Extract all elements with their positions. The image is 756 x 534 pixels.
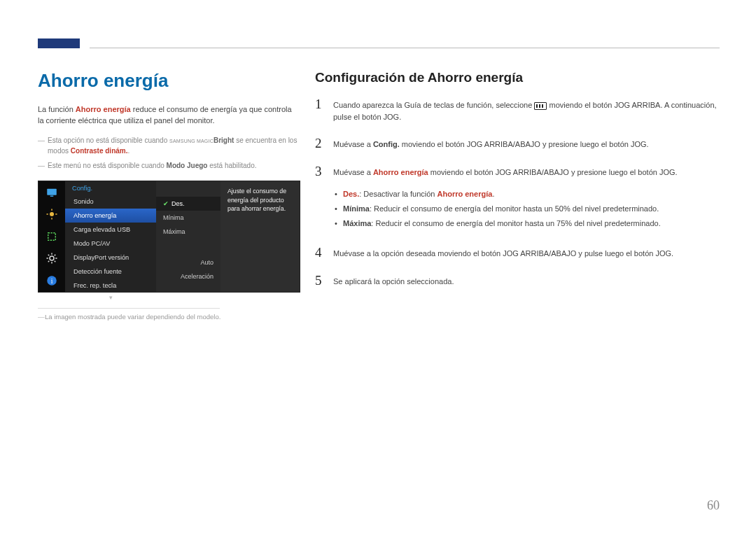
step-2: 2 Muévase a Config. moviendo el botón JO… (315, 136, 721, 164)
options-bullets: Des.: Desactivar la función Ahorro energ… (333, 188, 721, 230)
hl-ahorro: Ahorro energía (76, 105, 131, 113)
svg-text:i: i (51, 277, 53, 285)
svg-rect-1 (50, 195, 54, 197)
svg-point-8 (50, 256, 54, 260)
osd-description: Ajuste el consumo de energía del product… (220, 181, 300, 292)
brightness-icon (38, 203, 65, 225)
osd-sub-item-checked: Des. (156, 197, 220, 211)
header-rule (90, 48, 720, 48)
page-number: 60 (707, 498, 720, 513)
osd-main-menu: Config. Sonido Ahorro energía Carga elev… (65, 181, 156, 292)
footnote: La imagen mostrada puede variar dependie… (38, 313, 298, 321)
bullet-minima: Mínima: Reducir el consumo de energía de… (333, 203, 721, 215)
chevron-down-icon: ▾ (65, 293, 156, 301)
osd-value: Auto (156, 255, 220, 269)
osd-item: DisplayPort versión (65, 251, 156, 265)
osd-sub-item: Mínima (156, 211, 220, 225)
info-icon: i (38, 269, 65, 292)
osd-nav-icons: i (38, 181, 65, 292)
menu-inline-icon (534, 102, 547, 110)
crop-icon (38, 225, 65, 248)
osd-sub-item: Máxima (156, 225, 220, 239)
svg-rect-7 (48, 233, 56, 241)
footnote-separator (38, 308, 220, 309)
osd-item-selected: Ahorro energía (65, 209, 156, 223)
osd-screenshot: i Config. Sonido Ahorro energía Carga el… (38, 181, 300, 293)
osd-submenu: Des. Mínima Máxima Auto Aceleración (156, 181, 220, 292)
note-2: Este menú no está disponible cuando Modo… (38, 160, 298, 171)
steps-list: 1 Cuando aparezca la Guía de teclas de f… (315, 97, 721, 301)
intro-paragraph: La función Ahorro energía reduce el cons… (38, 104, 298, 127)
step-4: 4 Muévase a la opción deseada moviendo e… (315, 245, 721, 273)
right-heading: Configuración de Ahorro energía (315, 70, 721, 85)
header-tab (38, 38, 80, 48)
svg-point-2 (50, 212, 54, 216)
osd-item: Frec. rep. tecla (65, 279, 156, 293)
osd-item: Modo PC/AV (65, 237, 156, 251)
step-3: 3 Muévase a Ahorro energía moviendo el b… (315, 164, 721, 245)
step-1: 1 Cuando aparezca la Guía de teclas de f… (315, 97, 721, 136)
osd-item: Detección fuente (65, 265, 156, 279)
bullet-maxima: Máxima: Reducir el consumo de energía de… (333, 218, 721, 230)
bullet-des: Des.: Desactivar la función Ahorro energ… (333, 188, 721, 200)
step-5: 5 Se aplicará la opción seleccionada. (315, 273, 721, 301)
osd-item: Carga elevada USB (65, 223, 156, 237)
osd-item: Sonido (65, 195, 156, 209)
osd-title: Config. (65, 181, 156, 195)
left-heading: Ahorro energía (38, 70, 298, 92)
monitor-icon (38, 181, 65, 204)
osd-value: Aceleración (156, 269, 220, 283)
gear-icon (38, 248, 65, 270)
svg-rect-0 (47, 188, 57, 195)
note-1: Esta opción no está disponible cuando SA… (38, 135, 298, 156)
